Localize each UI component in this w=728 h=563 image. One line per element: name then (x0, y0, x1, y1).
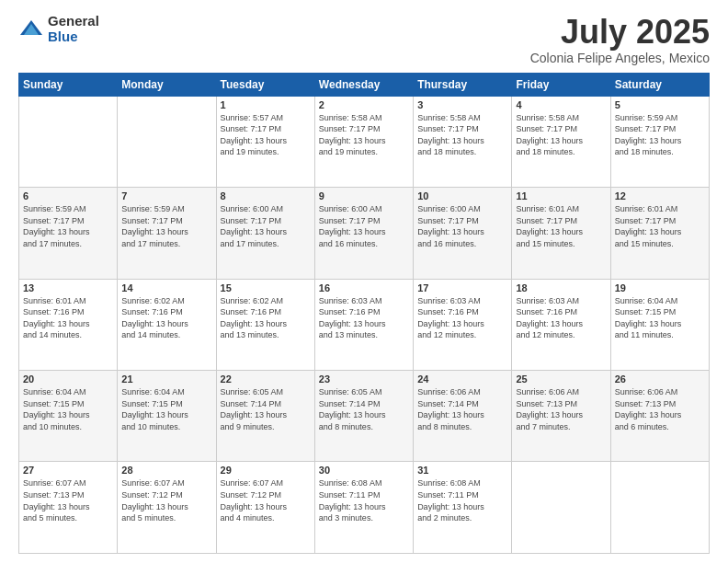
day-info: Sunrise: 6:06 AM Sunset: 7:14 PM Dayligh… (417, 386, 507, 432)
day-info: Sunrise: 6:06 AM Sunset: 7:13 PM Dayligh… (615, 386, 705, 432)
subtitle: Colonia Felipe Angeles, Mexico (530, 51, 710, 65)
day-number: 28 (121, 465, 211, 476)
day-number: 16 (319, 282, 409, 293)
day-info: Sunrise: 6:05 AM Sunset: 7:14 PM Dayligh… (221, 386, 311, 432)
day-number: 30 (319, 465, 409, 476)
calendar-cell: 20Sunrise: 6:04 AM Sunset: 7:15 PM Dayli… (19, 371, 118, 462)
day-number: 3 (417, 99, 507, 110)
calendar-cell: 22Sunrise: 6:05 AM Sunset: 7:14 PM Dayli… (216, 371, 314, 462)
logo-icon (18, 17, 44, 42)
day-number: 1 (221, 99, 311, 110)
day-info: Sunrise: 6:00 AM Sunset: 7:17 PM Dayligh… (319, 203, 409, 249)
weekday-header-wednesday: Wednesday (314, 73, 413, 96)
calendar-cell: 2Sunrise: 5:58 AM Sunset: 7:17 PM Daylig… (314, 96, 413, 187)
day-number: 9 (319, 190, 409, 201)
day-info: Sunrise: 6:03 AM Sunset: 7:16 PM Dayligh… (319, 295, 409, 341)
day-info: Sunrise: 6:07 AM Sunset: 7:12 PM Dayligh… (121, 477, 211, 523)
calendar-cell: 9Sunrise: 6:00 AM Sunset: 7:17 PM Daylig… (314, 188, 413, 279)
day-info: Sunrise: 6:01 AM Sunset: 7:17 PM Dayligh… (516, 203, 606, 249)
day-info: Sunrise: 5:59 AM Sunset: 7:17 PM Dayligh… (121, 203, 211, 249)
weekday-header-row: SundayMondayTuesdayWednesdayThursdayFrid… (19, 73, 710, 96)
calendar-cell: 30Sunrise: 6:08 AM Sunset: 7:11 PM Dayli… (314, 462, 413, 554)
day-number: 29 (221, 465, 311, 476)
week-row-5: 27Sunrise: 6:07 AM Sunset: 7:13 PM Dayli… (19, 462, 710, 554)
calendar-cell: 26Sunrise: 6:06 AM Sunset: 7:13 PM Dayli… (610, 371, 709, 462)
day-number: 7 (121, 190, 211, 201)
calendar-cell: 23Sunrise: 6:05 AM Sunset: 7:14 PM Dayli… (314, 371, 413, 462)
calendar-cell: 5Sunrise: 5:59 AM Sunset: 7:17 PM Daylig… (610, 96, 709, 187)
day-info: Sunrise: 5:57 AM Sunset: 7:17 PM Dayligh… (221, 112, 311, 158)
day-number: 23 (319, 373, 409, 385)
day-number: 25 (516, 373, 606, 385)
calendar-cell: 19Sunrise: 6:04 AM Sunset: 7:15 PM Dayli… (610, 279, 709, 370)
day-number: 18 (516, 282, 606, 293)
logo-text: General Blue (48, 14, 99, 44)
weekday-header-tuesday: Tuesday (216, 73, 314, 96)
day-info: Sunrise: 6:07 AM Sunset: 7:13 PM Dayligh… (23, 477, 113, 523)
day-number: 11 (516, 190, 606, 201)
calendar-cell: 15Sunrise: 6:02 AM Sunset: 7:16 PM Dayli… (216, 279, 314, 370)
week-row-4: 20Sunrise: 6:04 AM Sunset: 7:15 PM Dayli… (19, 371, 710, 462)
calendar-cell: 16Sunrise: 6:03 AM Sunset: 7:16 PM Dayli… (314, 279, 413, 370)
logo-blue: Blue (48, 29, 99, 45)
weekday-header-thursday: Thursday (414, 73, 512, 96)
calendar-cell: 27Sunrise: 6:07 AM Sunset: 7:13 PM Dayli… (19, 462, 118, 554)
calendar-cell (512, 462, 610, 554)
day-number: 12 (615, 190, 705, 201)
day-number: 31 (417, 465, 507, 476)
calendar-cell: 13Sunrise: 6:01 AM Sunset: 7:16 PM Dayli… (19, 279, 118, 370)
day-info: Sunrise: 6:04 AM Sunset: 7:15 PM Dayligh… (615, 295, 705, 341)
day-info: Sunrise: 6:01 AM Sunset: 7:17 PM Dayligh… (615, 203, 705, 249)
day-info: Sunrise: 6:05 AM Sunset: 7:14 PM Dayligh… (319, 386, 409, 432)
day-number: 13 (23, 282, 113, 293)
week-row-1: 1Sunrise: 5:57 AM Sunset: 7:17 PM Daylig… (19, 96, 710, 187)
day-number: 8 (221, 190, 311, 201)
weekday-header-monday: Monday (118, 73, 216, 96)
day-info: Sunrise: 6:03 AM Sunset: 7:16 PM Dayligh… (516, 295, 606, 341)
day-number: 10 (417, 190, 507, 201)
weekday-header-friday: Friday (512, 73, 610, 96)
day-number: 14 (121, 282, 211, 293)
day-number: 2 (319, 99, 409, 110)
day-number: 19 (615, 282, 705, 293)
day-number: 22 (221, 373, 311, 385)
day-number: 4 (516, 99, 606, 110)
calendar-cell (19, 96, 118, 187)
day-info: Sunrise: 5:58 AM Sunset: 7:17 PM Dayligh… (516, 112, 606, 158)
title-block: July 2025 Colonia Felipe Angeles, Mexico (530, 14, 710, 65)
day-info: Sunrise: 5:59 AM Sunset: 7:17 PM Dayligh… (23, 203, 113, 249)
day-info: Sunrise: 6:02 AM Sunset: 7:16 PM Dayligh… (121, 295, 211, 341)
header: General Blue July 2025 Colonia Felipe An… (18, 14, 710, 65)
calendar-cell: 21Sunrise: 6:04 AM Sunset: 7:15 PM Dayli… (118, 371, 216, 462)
calendar-cell: 28Sunrise: 6:07 AM Sunset: 7:12 PM Dayli… (118, 462, 216, 554)
calendar-cell (610, 462, 709, 554)
calendar-cell: 18Sunrise: 6:03 AM Sunset: 7:16 PM Dayli… (512, 279, 610, 370)
weekday-header-saturday: Saturday (610, 73, 709, 96)
day-number: 15 (221, 282, 311, 293)
month-title: July 2025 (530, 14, 710, 51)
day-number: 20 (23, 373, 113, 385)
calendar-cell: 17Sunrise: 6:03 AM Sunset: 7:16 PM Dayli… (414, 279, 512, 370)
day-info: Sunrise: 6:01 AM Sunset: 7:16 PM Dayligh… (23, 295, 113, 341)
calendar-cell: 31Sunrise: 6:08 AM Sunset: 7:11 PM Dayli… (414, 462, 512, 554)
calendar-cell: 29Sunrise: 6:07 AM Sunset: 7:12 PM Dayli… (216, 462, 314, 554)
day-info: Sunrise: 5:58 AM Sunset: 7:17 PM Dayligh… (417, 112, 507, 158)
page: General Blue July 2025 Colonia Felipe An… (0, 0, 728, 563)
day-number: 6 (23, 190, 113, 201)
day-info: Sunrise: 6:06 AM Sunset: 7:13 PM Dayligh… (516, 386, 606, 432)
calendar-cell: 6Sunrise: 5:59 AM Sunset: 7:17 PM Daylig… (19, 188, 118, 279)
week-row-2: 6Sunrise: 5:59 AM Sunset: 7:17 PM Daylig… (19, 188, 710, 279)
day-number: 26 (615, 373, 705, 385)
day-number: 24 (417, 373, 507, 385)
calendar-cell: 7Sunrise: 5:59 AM Sunset: 7:17 PM Daylig… (118, 188, 216, 279)
day-info: Sunrise: 5:58 AM Sunset: 7:17 PM Dayligh… (319, 112, 409, 158)
logo-general: General (48, 14, 99, 29)
day-number: 27 (23, 465, 113, 476)
day-number: 21 (121, 373, 211, 385)
calendar-cell: 1Sunrise: 5:57 AM Sunset: 7:17 PM Daylig… (216, 96, 314, 187)
day-info: Sunrise: 6:04 AM Sunset: 7:15 PM Dayligh… (23, 386, 113, 432)
day-info: Sunrise: 6:00 AM Sunset: 7:17 PM Dayligh… (417, 203, 507, 249)
day-number: 17 (417, 282, 507, 293)
calendar-cell: 10Sunrise: 6:00 AM Sunset: 7:17 PM Dayli… (414, 188, 512, 279)
calendar-cell: 3Sunrise: 5:58 AM Sunset: 7:17 PM Daylig… (414, 96, 512, 187)
